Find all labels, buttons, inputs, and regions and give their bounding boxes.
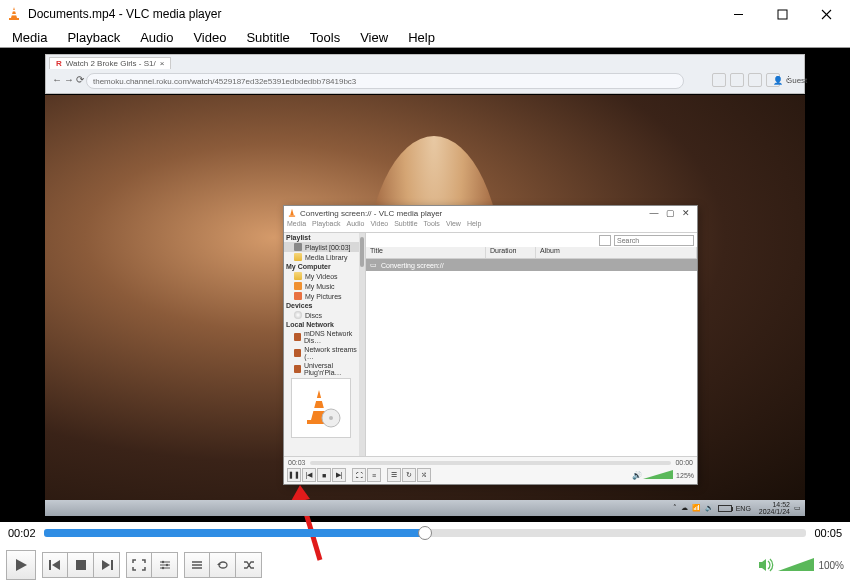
sidebar-item-media-library[interactable]: Media Library [284, 252, 365, 262]
menu-playback[interactable]: Playback [57, 28, 130, 47]
svg-rect-20 [49, 560, 51, 570]
svg-marker-36 [778, 558, 814, 571]
prev-button[interactable] [42, 552, 68, 578]
inner-menu-video[interactable]: Video [370, 220, 388, 232]
inner-loop-button[interactable]: ↻ [402, 468, 416, 482]
browser-tab[interactable]: R Watch 2 Broke Girls - S1/ × [49, 57, 171, 69]
menu-video[interactable]: Video [183, 28, 236, 47]
inner-time-total: 00:00 [675, 459, 693, 466]
random-button[interactable] [236, 552, 262, 578]
reader-icon[interactable] [730, 73, 744, 87]
next-button[interactable] [94, 552, 120, 578]
inner-random-button[interactable]: ⤮ [417, 468, 431, 482]
grid-icon[interactable] [712, 73, 726, 87]
inner-menu-tools[interactable]: Tools [424, 220, 440, 232]
menu-subtitle[interactable]: Subtitle [236, 28, 299, 47]
time-elapsed: 00:02 [8, 527, 36, 539]
fullscreen-button[interactable] [126, 552, 152, 578]
inner-prev-button[interactable]: |◀ [302, 468, 316, 482]
sidebar-item-videos[interactable]: My Videos [284, 271, 365, 281]
close-button[interactable] [804, 0, 848, 28]
inner-next-button[interactable]: ▶| [332, 468, 346, 482]
inner-pause-button[interactable]: ❚❚ [287, 468, 301, 482]
col-duration[interactable]: Duration [486, 247, 536, 258]
row-title: Converting screen:// [381, 262, 444, 269]
playlist-button[interactable] [184, 552, 210, 578]
tray-lang[interactable]: ENG [736, 505, 751, 512]
address-bar[interactable]: themoku.channel.roku.com/watch/4529187ed… [86, 73, 684, 89]
sidebar-item-mdns[interactable]: mDNS Network Dis… [284, 329, 365, 345]
sidebar-item-pictures[interactable]: My Pictures [284, 291, 365, 301]
speaker-icon[interactable] [758, 558, 774, 572]
svg-rect-1 [12, 10, 17, 11]
profile-button[interactable]: 👤Guest [766, 73, 780, 87]
menu-audio[interactable]: Audio [130, 28, 183, 47]
browser-chrome: R Watch 2 Broke Girls - S1/ × ← → ⟳ them… [45, 54, 805, 94]
inner-ext-settings-button[interactable]: ≡ [367, 468, 381, 482]
inner-main: Title Duration Album ▭ Converting screen… [366, 233, 697, 456]
tray-clock[interactable]: 14:52 2024/1/24 [755, 501, 790, 515]
svg-point-16 [329, 416, 333, 420]
menu-help[interactable]: Help [398, 28, 445, 47]
inner-close-button[interactable]: ✕ [678, 208, 694, 218]
col-album[interactable]: Album [536, 247, 697, 258]
sidebar-item-playlist[interactable]: Playlist [00:03] [284, 242, 365, 252]
inner-menu-playback[interactable]: Playback [312, 220, 340, 232]
inner-menu-media[interactable]: Media [287, 220, 306, 232]
inner-volume-slider[interactable] [643, 469, 673, 481]
tray-chevron-icon[interactable]: ˄ [673, 504, 677, 512]
inner-menu-subtitle[interactable]: Subtitle [394, 220, 417, 232]
download-icon[interactable] [748, 73, 762, 87]
sidebar-item-upnp[interactable]: Universal Plug'n'Pla… [284, 361, 365, 377]
menu-tools[interactable]: Tools [300, 28, 350, 47]
maximize-button[interactable] [760, 0, 804, 28]
tab-close-icon[interactable]: × [160, 59, 165, 68]
sidebar-item-music[interactable]: My Music [284, 281, 365, 291]
inner-window-title: Converting screen:// - VLC media player [300, 209, 646, 218]
inner-fullscreen-button[interactable]: ⛶ [352, 468, 366, 482]
inner-maximize-button[interactable]: ▢ [662, 208, 678, 218]
sidebar-scrollbar[interactable] [359, 233, 365, 456]
ext-settings-button[interactable] [152, 552, 178, 578]
menu-media[interactable]: Media [2, 28, 57, 47]
inner-menu-audio[interactable]: Audio [346, 220, 364, 232]
volume-slider[interactable] [778, 557, 814, 573]
minimize-button[interactable] [716, 0, 760, 28]
play-button[interactable] [6, 550, 36, 580]
inner-stop-button[interactable]: ■ [317, 468, 331, 482]
vlc-cone-icon [287, 208, 297, 218]
sidebar-item-streams[interactable]: Network streams (… [284, 345, 365, 361]
tray-volume-icon[interactable]: 🔊 [705, 504, 714, 512]
svg-rect-3 [9, 18, 19, 20]
stop-button[interactable] [68, 552, 94, 578]
inner-album-art [291, 378, 351, 438]
back-button[interactable]: ← [52, 74, 62, 85]
inner-search-input[interactable] [614, 235, 694, 246]
tray-notifications-icon[interactable]: ▭ [794, 504, 801, 512]
seek-knob[interactable] [418, 526, 432, 540]
sidebar-item-discs[interactable]: Discs [284, 310, 365, 320]
reload-button[interactable]: ⟳ [76, 74, 84, 85]
view-switch-icon[interactable] [599, 235, 611, 246]
inner-speaker-icon[interactable]: 🔊 [632, 471, 642, 480]
forward-button[interactable]: → [64, 74, 74, 85]
col-title[interactable]: Title [366, 247, 486, 258]
svg-point-30 [161, 567, 163, 569]
seek-bar[interactable] [44, 529, 807, 537]
svg-marker-23 [102, 560, 110, 570]
inner-menu-view[interactable]: View [446, 220, 461, 232]
kebab-icon[interactable]: ⋮ [784, 73, 798, 87]
titlebar: Documents.mp4 - VLC media player [0, 0, 850, 28]
inner-minimize-button[interactable]: — [646, 208, 662, 218]
inner-seek-bar[interactable] [310, 461, 672, 465]
tray-wifi-icon[interactable]: 📶 [692, 504, 701, 512]
playlist-row[interactable]: ▭ Converting screen:// [366, 259, 697, 271]
inner-playlist-button[interactable]: ☰ [387, 468, 401, 482]
menu-view[interactable]: View [350, 28, 398, 47]
tray-onedrive-icon[interactable]: ☁ [681, 504, 688, 512]
loop-button[interactable] [210, 552, 236, 578]
svg-marker-10 [643, 470, 673, 479]
vlc-cone-icon [6, 6, 22, 22]
inner-menu-help[interactable]: Help [467, 220, 481, 232]
tray-battery-icon[interactable] [718, 505, 732, 512]
